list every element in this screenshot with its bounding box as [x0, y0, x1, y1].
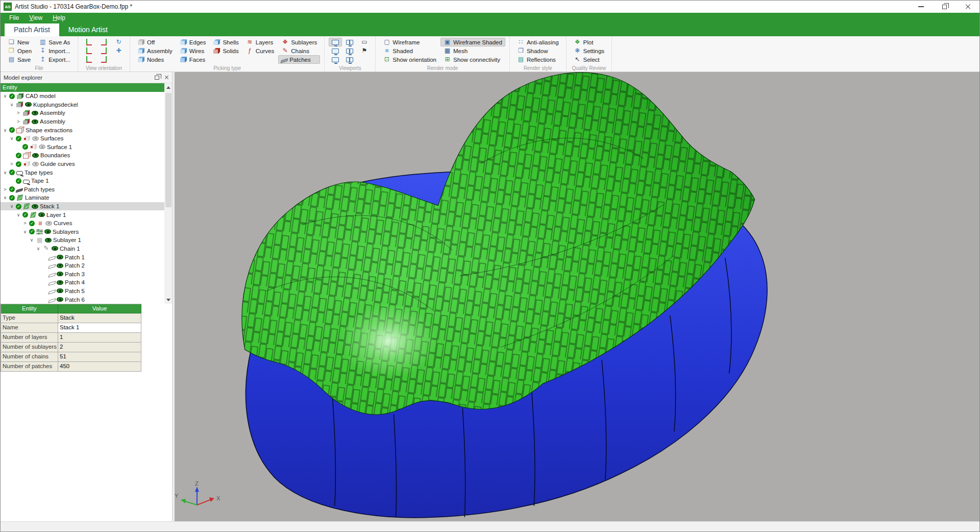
tree-scrollbar-thumb[interactable]: [165, 93, 172, 207]
eye-icon[interactable]: [57, 272, 63, 276]
eye-icon[interactable]: [32, 153, 39, 158]
tab-patch-artist[interactable]: Patch Artist: [5, 23, 59, 36]
menu-file[interactable]: File: [5, 14, 23, 22]
tree-scroll-up-button[interactable]: [164, 83, 172, 92]
pick-faces-button[interactable]: Faces: [177, 55, 209, 64]
tree-scroll-down-button[interactable]: [164, 296, 172, 304]
minimize-button[interactable]: [909, 1, 933, 13]
eye-icon[interactable]: [44, 229, 51, 234]
float-panel-icon[interactable]: [155, 76, 159, 80]
new-button[interactable]: ❏New: [5, 38, 35, 46]
tree-item-patch-3[interactable]: Patch 3: [1, 270, 164, 278]
save-button[interactable]: ▤Save: [5, 55, 35, 64]
tree-item-chain-1[interactable]: ∨✎Chain 1: [1, 245, 164, 253]
pick-wires-button[interactable]: Wires: [177, 46, 209, 55]
tree-item-surface-1[interactable]: Surface 1: [1, 143, 164, 152]
tree-item-boundaries[interactable]: Boundaries: [1, 151, 164, 160]
viewport-callout-button[interactable]: ⚑: [357, 46, 371, 55]
close-panel-icon[interactable]: [164, 75, 169, 80]
wireframe-shaded-button[interactable]: ▣Wireframe Shaded: [440, 38, 505, 46]
wireframe-button[interactable]: ▢Wireframe: [380, 38, 439, 46]
eye-icon[interactable]: [32, 119, 38, 124]
reflections-button[interactable]: ▤Reflections: [514, 55, 562, 64]
pick-solids-button[interactable]: Solids: [210, 46, 241, 55]
tree-item-sublayer-1[interactable]: ∨▦Sublayer 1: [1, 236, 164, 245]
pick-curves-button[interactable]: ƒCurves: [243, 46, 277, 55]
chevron-right-icon[interactable]: >: [16, 119, 21, 124]
restore-button[interactable]: [933, 1, 956, 13]
tree-item-patch-2[interactable]: Patch 2: [1, 261, 164, 270]
eye-icon[interactable]: [57, 255, 63, 259]
viewport-layout-3-button[interactable]: [329, 46, 342, 55]
eye-icon[interactable]: [32, 204, 38, 209]
viewport-layout-1-button[interactable]: [329, 38, 342, 46]
eye-icon[interactable]: [57, 280, 63, 285]
plot-button[interactable]: ❖Plot: [571, 38, 608, 46]
viewport-layout-6-button[interactable]: [343, 55, 356, 64]
chevron-right-icon[interactable]: >: [22, 221, 28, 226]
chevron-down-icon[interactable]: ∨: [3, 195, 8, 200]
tree-item-shape-extractions[interactable]: ∨Shape extractions: [1, 126, 164, 134]
chevron-right-icon[interactable]: >: [16, 110, 21, 115]
tree-item-layer-1[interactable]: ∨Layer 1: [1, 210, 164, 219]
view-top-button[interactable]: [97, 55, 111, 64]
pick-edges-button[interactable]: Edges: [177, 38, 209, 46]
pick-chains-button[interactable]: ✎Chains: [278, 46, 320, 55]
tree-scrollbar[interactable]: [164, 92, 172, 304]
3d-viewport[interactable]: Z X Y: [175, 72, 979, 521]
eye-icon[interactable]: [38, 212, 45, 217]
viewport-layout-4-button[interactable]: [343, 46, 356, 55]
tree-item-patch-5[interactable]: Patch 5: [1, 287, 164, 296]
pick-nodes-button[interactable]: Nodes: [134, 55, 176, 64]
tree-item-sublayers[interactable]: ∨Sublayers: [1, 228, 164, 236]
show-connectivity-button[interactable]: ⊞Show connectivity: [440, 55, 505, 64]
view-bottom-button[interactable]: [82, 55, 96, 64]
anti-aliasing-button[interactable]: ∷Anti-aliasing: [514, 38, 562, 46]
pick-shells-button[interactable]: Shells: [210, 38, 241, 46]
chevron-down-icon[interactable]: ∨: [22, 229, 28, 234]
chevron-down-icon[interactable]: ∨: [9, 136, 14, 141]
show-orientation-button[interactable]: ⊡Show orientation: [380, 55, 439, 64]
view-left-button[interactable]: [82, 46, 96, 55]
tree-item-tape-1[interactable]: Tape 1: [1, 177, 164, 185]
view-right-button[interactable]: [97, 46, 111, 55]
view-rotate-button[interactable]: ↻: [112, 38, 126, 46]
eye-icon[interactable]: [45, 238, 52, 243]
tree-item-stack-1[interactable]: ∨Stack 1: [1, 202, 164, 211]
eye-off-icon[interactable]: [45, 221, 52, 226]
import-button[interactable]: ↧Import...: [36, 46, 74, 55]
tree-item-kupplungsdeckel[interactable]: ∨Kupplungsdeckel: [1, 101, 164, 109]
tree-item-patch-6[interactable]: Patch 6: [1, 295, 164, 304]
eye-off-icon[interactable]: [39, 144, 45, 149]
pick-patches-button[interactable]: Patches: [278, 55, 320, 64]
viewport-layout-wide-button[interactable]: ▭: [357, 38, 371, 46]
view-front-button[interactable]: [82, 38, 96, 46]
chevron-down-icon[interactable]: ∨: [9, 204, 14, 209]
chevron-down-icon[interactable]: ∨: [3, 170, 8, 175]
chevron-down-icon[interactable]: ∨: [29, 237, 34, 243]
view-back-button[interactable]: [97, 38, 111, 46]
close-button[interactable]: [956, 1, 979, 13]
pick-layers-button[interactable]: ≋Layers: [243, 38, 277, 46]
settings-button[interactable]: ❋Settings: [571, 46, 608, 55]
tree-item-assembly[interactable]: >Assembly: [1, 109, 164, 117]
pick-assembly-button[interactable]: Assembly: [134, 46, 176, 55]
chevron-down-icon[interactable]: ∨: [16, 212, 21, 217]
tree-item-cad-model[interactable]: ∨CAD model: [1, 92, 164, 101]
chevron-right-icon[interactable]: >: [3, 187, 8, 192]
chevron-down-icon[interactable]: ∨: [9, 102, 14, 107]
eye-icon[interactable]: [57, 263, 63, 268]
tree-item-patch-types[interactable]: >Patch types: [1, 185, 164, 194]
chevron-down-icon[interactable]: ∨: [3, 128, 8, 133]
menu-view[interactable]: View: [24, 14, 47, 22]
save-as-button[interactable]: ▥Save As: [36, 38, 74, 46]
viewport-layout-5-button[interactable]: [329, 55, 342, 64]
chevron-down-icon[interactable]: ∨: [36, 246, 41, 251]
tree-item-patch-1[interactable]: Patch 1: [1, 253, 164, 261]
eye-icon[interactable]: [25, 102, 32, 107]
eye-off-icon[interactable]: [32, 162, 39, 166]
eye-icon[interactable]: [57, 288, 63, 293]
viewport-layout-2-button[interactable]: [343, 38, 356, 46]
eye-icon[interactable]: [52, 246, 58, 251]
tree-item-tape-types[interactable]: ∨Tape types: [1, 168, 164, 177]
